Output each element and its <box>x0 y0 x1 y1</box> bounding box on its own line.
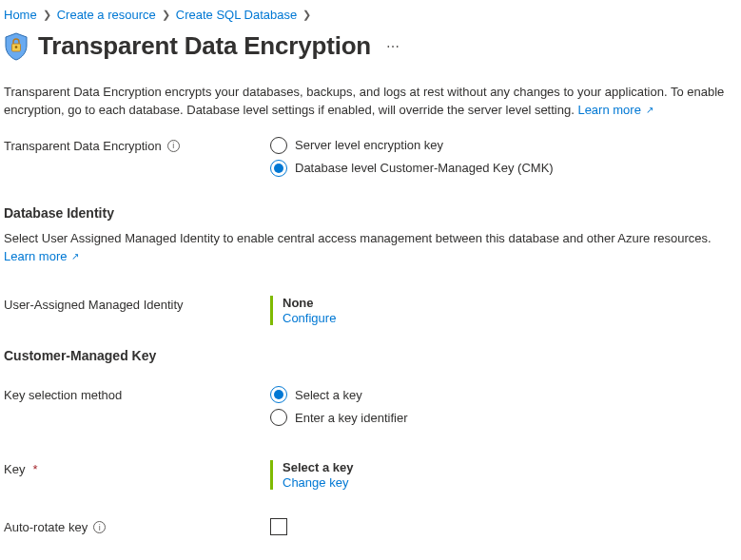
tde-option-server-level[interactable]: Server level encryption key <box>270 137 737 154</box>
radio-icon <box>270 386 287 403</box>
info-icon[interactable]: i <box>93 521 106 533</box>
change-key-link[interactable]: Change key <box>283 475 737 490</box>
info-icon[interactable]: i <box>167 140 180 152</box>
radio-icon <box>270 137 287 154</box>
autorotate-row: Auto-rotate key i <box>4 518 737 538</box>
title-row: Transparent Data Encryption ⋯ <box>4 31 737 61</box>
page-title: Transparent Data Encryption <box>38 31 371 61</box>
external-link-icon: ↗ <box>71 251 79 261</box>
ksm-label: Key selection method <box>4 388 122 402</box>
external-link-icon: ↗ <box>646 105 653 115</box>
description-text: Select User Assigned Managed Identity to… <box>4 231 712 245</box>
key-row: Key * Select a key Change key <box>4 460 737 490</box>
key-value-block: Select a key Change key <box>270 460 737 490</box>
required-asterisk: * <box>32 462 37 476</box>
breadcrumb: Home ❯ Create a resource ❯ Create SQL Da… <box>4 8 737 22</box>
radio-label: Database level Customer-Managed Key (CMK… <box>295 161 554 175</box>
uami-value-block: None Configure <box>270 296 737 325</box>
chevron-right-icon: ❯ <box>162 9 170 21</box>
autorotate-checkbox[interactable] <box>270 518 287 535</box>
radio-icon <box>270 160 287 177</box>
radio-label: Enter a key identifier <box>295 411 408 425</box>
key-label: Key <box>4 462 25 476</box>
tde-row: Transparent Data Encryption i Server lev… <box>4 137 737 183</box>
more-actions-button[interactable]: ⋯ <box>386 39 400 54</box>
radio-label: Select a key <box>295 388 362 402</box>
breadcrumb-create-resource[interactable]: Create a resource <box>57 8 156 22</box>
learn-more-link[interactable]: Learn more ↗ <box>577 103 653 117</box>
svg-point-1 <box>15 46 18 48</box>
key-value: Select a key <box>283 460 737 474</box>
tde-label: Transparent Data Encryption <box>4 139 162 153</box>
section-heading-cmk: Customer-Managed Key <box>4 348 737 363</box>
page-description: Transparent Data Encryption encrypts you… <box>4 84 737 120</box>
tde-option-database-level-cmk[interactable]: Database level Customer-Managed Key (CMK… <box>270 160 737 177</box>
uami-label: User-Assigned Managed Identity <box>4 298 184 312</box>
breadcrumb-home[interactable]: Home <box>4 8 37 22</box>
shield-lock-icon <box>4 32 29 61</box>
uami-configure-link[interactable]: Configure <box>283 311 737 325</box>
key-selection-method-row: Key selection method Select a key Enter … <box>4 386 737 432</box>
learn-more-label: Learn more <box>4 249 67 263</box>
chevron-right-icon: ❯ <box>302 9 311 21</box>
ksm-option-select-key[interactable]: Select a key <box>270 386 737 403</box>
database-identity-description: Select User Assigned Managed Identity to… <box>4 230 737 266</box>
radio-icon <box>270 409 287 426</box>
ksm-option-enter-identifier[interactable]: Enter a key identifier <box>270 409 737 426</box>
radio-label: Server level encryption key <box>295 138 443 152</box>
uami-row: User-Assigned Managed Identity None Conf… <box>4 296 737 325</box>
chevron-right-icon: ❯ <box>43 9 51 21</box>
learn-more-label: Learn more <box>577 103 640 117</box>
learn-more-link[interactable]: Learn more ↗ <box>4 249 79 263</box>
autorotate-label: Auto-rotate key <box>4 520 88 534</box>
uami-value: None <box>283 296 737 310</box>
section-heading-database-identity: Database Identity <box>4 205 737 221</box>
breadcrumb-create-sql-database[interactable]: Create SQL Database <box>176 8 297 22</box>
